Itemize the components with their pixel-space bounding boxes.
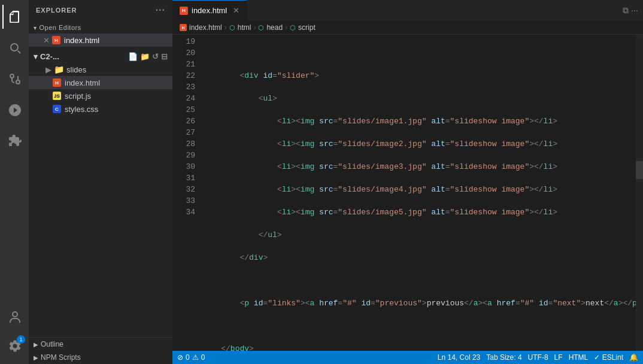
bell-icon: 🔔 (629, 353, 638, 362)
settings-badge: 1 (17, 335, 25, 344)
css-file-icon: C (53, 105, 61, 113)
activity-bar: 1 (0, 0, 29, 364)
ln-24: 24 (172, 93, 195, 104)
status-line-ending[interactable]: LF (554, 353, 563, 362)
open-editors-section: ▾ Open Editors ✕ H index.html (29, 20, 172, 48)
new-folder-btn[interactable]: 📁 (140, 52, 150, 61)
html-tag-icon: ⬡ (229, 24, 235, 32)
position-label: Ln 14, Col 23 (438, 353, 480, 362)
status-errors[interactable]: ⊘ 0 ⚠ 0 (177, 353, 205, 362)
breadcrumb-html-icon: H (180, 24, 187, 31)
file-script-js[interactable]: JS script.js (29, 89, 172, 102)
tab-close-btn[interactable]: ✕ (233, 6, 239, 15)
activity-bar-bottom: 1 (2, 305, 26, 364)
code-line-29 (202, 275, 636, 286)
activity-settings[interactable]: 1 (2, 334, 26, 358)
error-count: 0 (186, 353, 190, 362)
tab-index-html[interactable]: H index.html ✕ (172, 0, 247, 21)
explorer-root[interactable]: ▾ C2-... 📄 📁 ↺ ⊟ (29, 50, 172, 63)
ln-30: 30 (172, 161, 195, 172)
npm-scripts-section[interactable]: ▶ NPM Scripts (29, 351, 172, 364)
script-js-label: script.js (65, 92, 91, 101)
head-tag-icon: ⬡ (258, 24, 264, 32)
sidebar-bottom: ▶ Outline ▶ NPM Scripts (29, 337, 172, 364)
eslint-label: ✓ ESLint (594, 353, 623, 362)
code-line-25: <li><img src="slides/image4.jpg" alt="sl… (202, 184, 636, 195)
sidebar: Explorer ··· ▾ Open Editors ✕ H index.ht… (29, 0, 172, 364)
breadcrumb-file[interactable]: H index.html (180, 23, 222, 32)
status-language[interactable]: HTML (569, 353, 589, 362)
breadcrumb-script-label: script (298, 23, 316, 32)
more-actions-btn[interactable]: ··· (631, 5, 638, 16)
status-notifications[interactable]: 🔔 (629, 353, 638, 362)
file-styles-css[interactable]: C styles.css (29, 102, 172, 116)
outline-section[interactable]: ▶ Outline (29, 338, 172, 351)
ln-22: 22 (172, 70, 195, 81)
ln-27: 27 (172, 127, 195, 138)
npm-label: NPM Scripts (41, 353, 81, 362)
index-html-icon: H (53, 78, 61, 87)
activity-extensions[interactable] (2, 129, 26, 153)
status-bar-left: ⊘ 0 ⚠ 0 (177, 353, 205, 362)
activity-run[interactable] (2, 98, 26, 122)
tab-size-label: Tab Size: 4 (486, 353, 521, 362)
activity-account[interactable] (2, 305, 26, 329)
activity-search[interactable] (2, 36, 26, 60)
split-editor-btn[interactable]: ⧉ (623, 5, 629, 16)
ln-26: 26 (172, 116, 195, 127)
breadcrumb-head-label: head (266, 23, 283, 32)
status-bar: ⊘ 0 ⚠ 0 Ln 14, Col 23 Tab Size: 4 UTF-8 … (172, 351, 643, 364)
folder-chevron: ▶ (46, 65, 51, 74)
sidebar-more-btn[interactable]: ··· (156, 5, 165, 16)
ln-21: 21 (172, 59, 195, 70)
code-editor[interactable]: <div id="slider"> <ul> <li><img src="sli… (202, 35, 636, 351)
open-editor-index-html[interactable]: ✕ H index.html (29, 34, 172, 47)
breadcrumb-sep2: › (253, 23, 256, 32)
ln-32: 32 (172, 184, 195, 195)
refresh-btn[interactable]: ↺ (152, 52, 159, 61)
code-line-26: <li><img src="slides/image5.jpg" alt="sl… (202, 207, 636, 218)
code-line-24: <li><img src="slides/image3.jpg" alt="sl… (202, 161, 636, 172)
status-encoding[interactable]: UTF-8 (528, 353, 548, 362)
activity-source-control[interactable] (2, 67, 26, 91)
breadcrumb-sep3: › (285, 23, 287, 32)
minimap-scroll-indicator (636, 161, 643, 179)
folder-name: slides (66, 65, 86, 74)
styles-css-label: styles.css (65, 105, 98, 114)
outline-chevron: ▶ (34, 341, 38, 348)
close-file-btn[interactable]: ✕ (43, 36, 50, 45)
error-icon: ⊘ (177, 353, 183, 362)
ln-25: 25 (172, 104, 195, 116)
warning-count: 0 (201, 353, 205, 362)
file-index-html[interactable]: H index.html (29, 76, 172, 89)
status-eslint[interactable]: ✓ ESLint (594, 353, 623, 362)
status-tab-size[interactable]: Tab Size: 4 (486, 353, 521, 362)
tab-html-icon: H (180, 7, 188, 15)
svg-point-1 (16, 80, 20, 84)
breadcrumb-script[interactable]: ⬡ script (290, 23, 316, 32)
open-editors-title[interactable]: ▾ Open Editors (29, 22, 172, 34)
html-file-icon: H (52, 36, 60, 44)
ln-33: 33 (172, 195, 195, 207)
line-numbers: 19 20 21 22 23 24 25 26 27 28 29 30 31 3… (172, 35, 202, 351)
encoding-label: UTF-8 (528, 353, 548, 362)
code-line-28: </div> (202, 252, 636, 263)
npm-chevron: ▶ (34, 354, 38, 361)
tab-bar-actions: ⧉ ··· (623, 5, 643, 16)
code-line-22: <li><img src="slides/image1.jpg" alt="sl… (202, 116, 636, 127)
breadcrumb-head[interactable]: ⬡ head (258, 23, 283, 32)
warning-icon: ⚠ (192, 353, 199, 362)
sidebar-title: Explorer (36, 7, 77, 14)
code-line-30: <p id="links"><a href="#" id="previous">… (202, 298, 636, 309)
breadcrumb-html[interactable]: ⬡ html (229, 23, 251, 32)
status-position[interactable]: Ln 14, Col 23 (438, 353, 480, 362)
new-file-btn[interactable]: 📄 (128, 52, 138, 61)
editor-area: H index.html ✕ ⧉ ··· H index.html › ⬡ ht… (172, 0, 643, 364)
activity-files[interactable] (2, 5, 26, 29)
minimap[interactable] (636, 35, 643, 351)
collapse-btn[interactable]: ⊟ (161, 52, 168, 61)
folder-slides[interactable]: ▶ 📁 slides (29, 63, 172, 76)
tab-label: index.html (192, 6, 227, 15)
tab-bar: H index.html ✕ ⧉ ··· (172, 0, 643, 21)
ln-34: 34 (172, 207, 195, 218)
